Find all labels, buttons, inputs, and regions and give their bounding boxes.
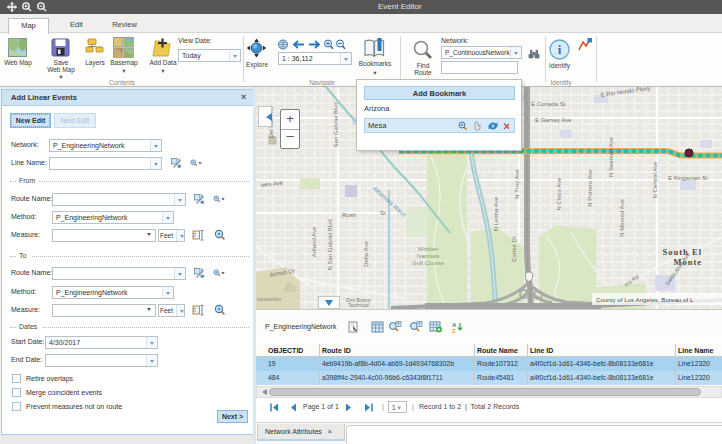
svg-text:South El: South El	[663, 247, 702, 257]
svg-text:N Troy Ave: N Troy Ave	[514, 169, 520, 199]
svg-text:St: St	[380, 210, 386, 216]
svg-text:connection: connection	[257, 296, 281, 302]
svg-text:N Potrero Ave: N Potrero Ave	[587, 169, 593, 207]
svg-text:N Central Ave: N Central Ave	[652, 161, 658, 199]
svg-text:Monte: Monte	[673, 257, 702, 267]
svg-text:Narrows: Narrows	[417, 253, 439, 259]
svg-text:County of Los Angeles, Bureau: County of Los Angeles, Bureau of L	[596, 296, 694, 303]
svg-text:San Gabriel Blvd: San Gabriel Blvd	[333, 102, 339, 147]
svg-text:N Lerma Ave: N Lerma Ave	[493, 196, 499, 231]
svg-text:Technical: Technical	[348, 302, 369, 308]
svg-text:E Cortada St: E Cortada St	[531, 101, 566, 107]
svg-text:Cortez Dr: Cortez Dr	[511, 236, 517, 262]
svg-text:N San Gabriel Blvd: N San Gabriel Blvd	[327, 219, 333, 270]
svg-text:E Garvey Ave: E Garvey Ave	[535, 117, 572, 123]
svg-text:Delta Ave: Delta Ave	[363, 241, 369, 267]
svg-text:N Merced Ave: N Merced Ave	[619, 199, 625, 237]
svg-text:N Chico Ave: N Chico Ave	[556, 177, 562, 211]
svg-text:Whittier: Whittier	[418, 246, 438, 252]
svg-text:i: i	[558, 42, 562, 57]
svg-text:Artland Ave: Artland Ave	[311, 226, 317, 257]
svg-text:Rush: Rush	[342, 212, 356, 218]
svg-text:Golf Course: Golf Course	[412, 260, 445, 266]
svg-text:E Kingsman St: E Kingsman St	[668, 175, 708, 181]
svg-text:Z: Z	[452, 328, 456, 334]
svg-text:N Seaman Ave: N Seaman Ave	[608, 136, 614, 177]
